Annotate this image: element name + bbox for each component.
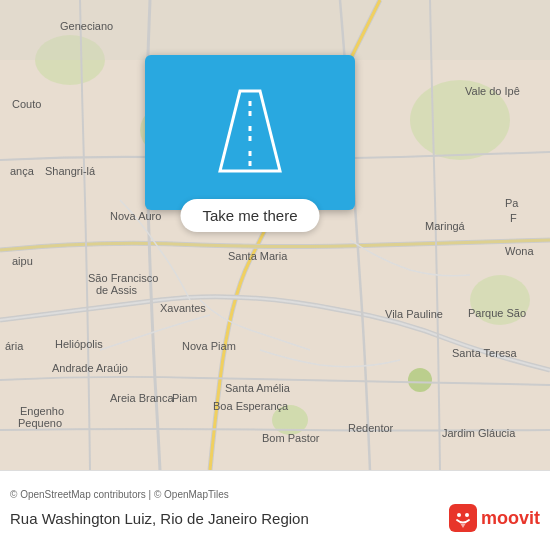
bottom-bar: © OpenStreetMap contributors | © OpenMap… bbox=[0, 470, 550, 550]
moovit-brand-name: moovit bbox=[481, 508, 540, 529]
svg-text:Bom Pastor: Bom Pastor bbox=[262, 432, 320, 444]
location-row: Rua Washington Luiz, Rio de Janeiro Regi… bbox=[10, 504, 540, 532]
svg-text:São Francisco: São Francisco bbox=[88, 272, 158, 284]
svg-point-44 bbox=[457, 513, 461, 517]
svg-text:Andrade Araújo: Andrade Araújo bbox=[52, 362, 128, 374]
road-icon bbox=[210, 86, 290, 176]
svg-point-5 bbox=[408, 368, 432, 392]
map-attribution: © OpenStreetMap contributors | © OpenMap… bbox=[10, 489, 540, 500]
svg-text:ança: ança bbox=[10, 165, 35, 177]
svg-text:Jardim Gláucia: Jardim Gláucia bbox=[442, 427, 516, 439]
svg-text:Heliópolis: Heliópolis bbox=[55, 338, 103, 350]
map-view: Geneciano Couto ança Shangri-lá Nova Aur… bbox=[0, 0, 550, 470]
svg-text:Parque São: Parque São bbox=[468, 307, 526, 319]
svg-text:Couto: Couto bbox=[12, 98, 41, 110]
svg-text:Xavantes: Xavantes bbox=[160, 302, 206, 314]
take-me-there-button[interactable]: Take me there bbox=[180, 199, 319, 232]
svg-text:aipu: aipu bbox=[12, 255, 33, 267]
svg-point-45 bbox=[465, 513, 469, 517]
location-text: Rua Washington Luiz, Rio de Janeiro Regi… bbox=[10, 510, 309, 527]
svg-text:Vale do Ipê: Vale do Ipê bbox=[465, 85, 520, 97]
svg-text:Engenho: Engenho bbox=[20, 405, 64, 417]
svg-text:Nova Auro: Nova Auro bbox=[110, 210, 161, 222]
svg-text:de Assis: de Assis bbox=[96, 284, 137, 296]
svg-text:Santa Maria: Santa Maria bbox=[228, 250, 288, 262]
svg-text:Geneciano: Geneciano bbox=[60, 20, 113, 32]
svg-text:Santa Amélia: Santa Amélia bbox=[225, 382, 291, 394]
svg-text:Areia Branca: Areia Branca bbox=[110, 392, 174, 404]
svg-text:Redentor: Redentor bbox=[348, 422, 394, 434]
svg-text:Shangri-lá: Shangri-lá bbox=[45, 165, 96, 177]
svg-text:Piam: Piam bbox=[172, 392, 197, 404]
svg-text:Vila Pauline: Vila Pauline bbox=[385, 308, 443, 320]
moovit-app-icon bbox=[449, 504, 477, 532]
svg-text:Boa Esperança: Boa Esperança bbox=[213, 400, 289, 412]
svg-text:Wona: Wona bbox=[505, 245, 534, 257]
road-marker-card: Take me there bbox=[145, 55, 355, 210]
moovit-logo[interactable]: moovit bbox=[449, 504, 540, 532]
svg-text:Santa Teresa: Santa Teresa bbox=[452, 347, 518, 359]
svg-text:F: F bbox=[510, 212, 517, 224]
svg-text:Pa: Pa bbox=[505, 197, 519, 209]
svg-text:Pequeno: Pequeno bbox=[18, 417, 62, 429]
svg-text:ária: ária bbox=[5, 340, 24, 352]
svg-text:Nova Piam: Nova Piam bbox=[182, 340, 236, 352]
svg-text:Maringá: Maringá bbox=[425, 220, 466, 232]
